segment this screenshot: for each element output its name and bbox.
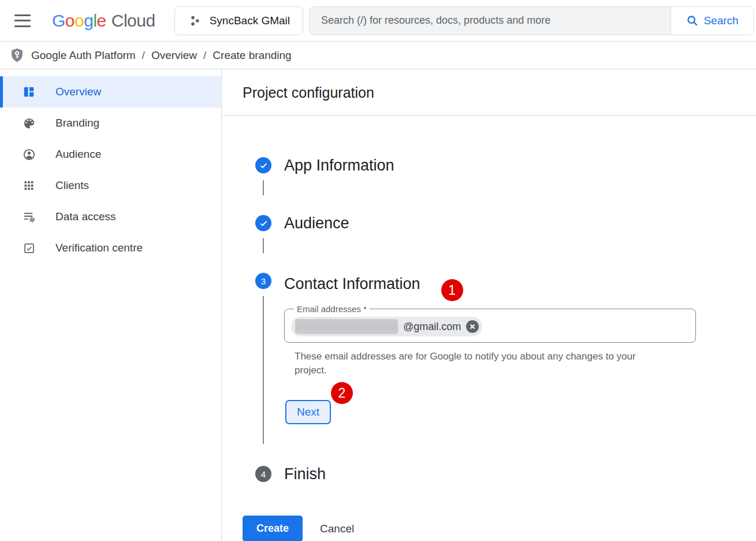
sidebar-item-clients[interactable]: Clients <box>0 170 221 201</box>
overview-dashboard-icon <box>22 85 36 99</box>
email-chip: @gmail.com <box>291 317 482 336</box>
step2-completed-check-icon <box>255 215 271 231</box>
checkbox-check-icon <box>22 241 36 255</box>
form-actions: Create Cancel <box>243 516 756 541</box>
page-title: Project configuration <box>222 69 756 101</box>
list-gear-icon <box>22 210 36 224</box>
email-addresses-label: Email addresses * <box>294 304 370 314</box>
breadcrumb: Google Auth Platform / Overview / Create… <box>0 42 756 69</box>
palette-icon <box>22 116 36 130</box>
search-button-label: Search <box>703 14 738 27</box>
step3-number-circle: 3 <box>255 273 271 289</box>
sidebar-item-verification-centre[interactable]: Verification centre <box>0 232 221 264</box>
cancel-button[interactable]: Cancel <box>320 523 354 535</box>
google-cloud-logo: Google Cloud <box>52 11 155 31</box>
breadcrumb-separator: / <box>136 49 151 62</box>
step2-title: Audience <box>284 215 756 231</box>
cloud-wordmark: Cloud <box>111 11 155 31</box>
next-button[interactable]: Next <box>285 400 331 424</box>
auth-shield-key-icon <box>9 47 25 63</box>
global-search: Search <box>309 6 754 35</box>
search-icon <box>686 14 699 28</box>
sidebar-item-label: Verification centre <box>55 242 143 254</box>
project-dots-icon <box>188 14 202 28</box>
step-audience: Audience <box>255 215 756 253</box>
sidebar-item-label: Data access <box>55 210 116 223</box>
step1-completed-check-icon <box>255 157 271 173</box>
email-domain: @gmail.com <box>403 321 461 333</box>
menu-icon[interactable] <box>14 14 31 27</box>
email-addresses-field[interactable]: Email addresses * @gmail.com <box>284 304 696 343</box>
step1-title: App Information <box>284 157 756 173</box>
project-selector-button[interactable]: SyncBack GMail <box>174 6 303 35</box>
title-divider <box>222 115 756 116</box>
redacted-email-local-part <box>295 319 398 334</box>
google-logo-wordmark: Google <box>52 11 106 31</box>
close-circle-icon[interactable] <box>466 320 479 333</box>
breadcrumb-create-branding: Create branding <box>213 49 291 62</box>
step-connector <box>263 296 264 444</box>
step-finish: 4 Finish <box>255 466 756 482</box>
step-app-information: App Information <box>255 157 756 195</box>
sidebar-item-label: Branding <box>55 117 99 129</box>
sidebar: Overview Branding Audience <box>0 69 222 541</box>
sidebar-item-branding[interactable]: Branding <box>0 108 221 139</box>
sidebar-item-label: Audience <box>55 148 101 161</box>
main-content: Project configuration App Information <box>222 69 756 541</box>
project-configuration-stepper: App Information Audience 3 <box>255 157 756 482</box>
top-bar: Google Cloud SyncBack GMail Search <box>0 0 756 42</box>
breadcrumb-overview[interactable]: Overview <box>151 49 197 62</box>
create-button[interactable]: Create <box>243 516 303 541</box>
breadcrumb-google-auth-platform[interactable]: Google Auth Platform <box>31 49 136 62</box>
sidebar-item-data-access[interactable]: Data access <box>0 201 221 232</box>
sidebar-item-overview[interactable]: Overview <box>0 76 221 108</box>
apps-grid-icon <box>22 179 36 192</box>
search-input[interactable] <box>310 7 671 35</box>
annotation-badge-1: 1 <box>441 279 463 301</box>
sidebar-item-label: Clients <box>55 179 89 192</box>
sidebar-item-label: Overview <box>55 86 101 98</box>
project-selector-label: SyncBack GMail <box>210 14 290 27</box>
sidebar-item-audience[interactable]: Audience <box>0 139 221 170</box>
step4-number-circle: 4 <box>255 466 271 482</box>
email-helper-text: These email addresses are for Google to … <box>295 350 667 377</box>
step3-title: Contact Information <box>284 276 420 292</box>
step-connector <box>263 238 264 253</box>
breadcrumb-separator: / <box>197 49 213 62</box>
search-button[interactable]: Search <box>671 7 753 35</box>
step-contact-information: 3 Contact Information 1 Email addresses … <box>255 273 756 446</box>
step-connector <box>263 180 264 195</box>
person-icon <box>22 147 36 161</box>
annotation-badge-2: 2 <box>331 382 353 404</box>
step4-title: Finish <box>284 466 756 482</box>
